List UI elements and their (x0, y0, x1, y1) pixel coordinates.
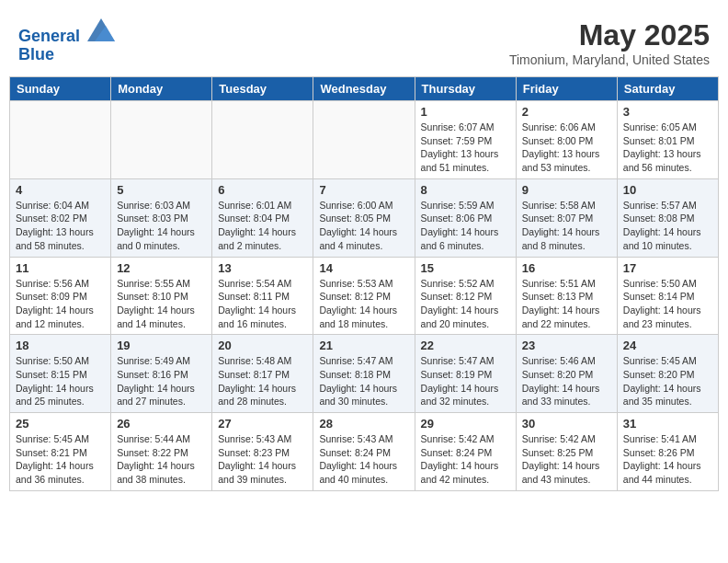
day-number: 9 (522, 183, 611, 197)
day-info: Sunrise: 5:47 AMSunset: 8:19 PMDaylight:… (421, 354, 510, 408)
calendar-cell: 23Sunrise: 5:46 AMSunset: 8:20 PMDayligh… (516, 335, 617, 413)
title-block: May 2025 Timonium, Maryland, United Stat… (509, 18, 710, 67)
calendar-cell: 20Sunrise: 5:48 AMSunset: 8:17 PMDayligh… (212, 335, 313, 413)
day-info: Sunrise: 6:01 AMSunset: 8:04 PMDaylight:… (218, 199, 307, 253)
day-info: Sunrise: 6:05 AMSunset: 8:01 PMDaylight:… (623, 121, 712, 175)
day-info: Sunrise: 5:43 AMSunset: 8:24 PMDaylight:… (319, 432, 408, 487)
day-number: 17 (623, 261, 712, 275)
calendar-cell: 2Sunrise: 6:06 AMSunset: 8:00 PMDaylight… (516, 101, 617, 179)
calendar-cell: 31Sunrise: 5:41 AMSunset: 8:26 PMDayligh… (617, 413, 718, 491)
logo-general: General (18, 27, 80, 45)
day-number: 20 (218, 339, 307, 352)
day-number: 31 (623, 417, 712, 431)
day-number: 5 (117, 183, 206, 197)
day-info: Sunrise: 5:41 AMSunset: 8:26 PMDaylight:… (623, 432, 712, 487)
day-header-tuesday: Tuesday (212, 77, 313, 101)
day-info: Sunrise: 5:56 AMSunset: 8:09 PMDaylight:… (16, 277, 105, 331)
day-number: 24 (623, 339, 712, 352)
day-number: 29 (421, 417, 510, 431)
day-number: 7 (319, 183, 408, 197)
day-number: 16 (522, 261, 611, 275)
day-number: 14 (319, 261, 408, 275)
day-info: Sunrise: 5:53 AMSunset: 8:12 PMDaylight:… (319, 277, 408, 331)
day-info: Sunrise: 6:07 AMSunset: 7:59 PMDaylight:… (421, 121, 510, 175)
day-header-sunday: Sunday (10, 77, 111, 101)
calendar-cell: 5Sunrise: 6:03 AMSunset: 8:03 PMDaylight… (111, 178, 212, 257)
calendar-cell (111, 101, 212, 179)
day-number: 13 (218, 261, 307, 275)
day-info: Sunrise: 5:50 AMSunset: 8:15 PMDaylight:… (16, 354, 105, 408)
calendar-cell: 30Sunrise: 5:42 AMSunset: 8:25 PMDayligh… (516, 413, 617, 491)
calendar-cell: 4Sunrise: 6:04 AMSunset: 8:02 PMDaylight… (10, 178, 111, 257)
calendar-cell: 18Sunrise: 5:50 AMSunset: 8:15 PMDayligh… (10, 335, 111, 413)
day-info: Sunrise: 5:42 AMSunset: 8:24 PMDaylight:… (421, 432, 510, 487)
calendar-cell: 22Sunrise: 5:47 AMSunset: 8:19 PMDayligh… (415, 335, 516, 413)
calendar-week-4: 18Sunrise: 5:50 AMSunset: 8:15 PMDayligh… (10, 335, 719, 413)
day-info: Sunrise: 5:46 AMSunset: 8:20 PMDaylight:… (522, 354, 611, 408)
logo-blue: Blue (18, 45, 54, 63)
day-info: Sunrise: 5:49 AMSunset: 8:16 PMDaylight:… (117, 354, 206, 408)
day-number: 1 (421, 105, 510, 119)
day-number: 27 (218, 417, 307, 431)
day-number: 26 (117, 417, 206, 431)
calendar-cell: 16Sunrise: 5:51 AMSunset: 8:13 PMDayligh… (516, 257, 617, 335)
day-header-friday: Friday (516, 77, 617, 101)
day-info: Sunrise: 5:51 AMSunset: 8:13 PMDaylight:… (522, 277, 611, 331)
day-info: Sunrise: 5:44 AMSunset: 8:22 PMDaylight:… (117, 432, 206, 487)
calendar-header-row: SundayMondayTuesdayWednesdayThursdayFrid… (10, 77, 719, 101)
location-text: Timonium, Maryland, United States (509, 52, 710, 67)
day-number: 28 (319, 417, 408, 431)
day-number: 6 (218, 183, 307, 197)
logo: General Blue (18, 18, 115, 64)
day-info: Sunrise: 5:45 AMSunset: 8:21 PMDaylight:… (16, 432, 105, 487)
day-number: 18 (16, 339, 105, 352)
day-number: 15 (421, 261, 510, 275)
day-number: 3 (623, 105, 712, 119)
calendar-cell: 25Sunrise: 5:45 AMSunset: 8:21 PMDayligh… (10, 413, 111, 491)
calendar-week-5: 25Sunrise: 5:45 AMSunset: 8:21 PMDayligh… (10, 413, 719, 491)
calendar-cell: 14Sunrise: 5:53 AMSunset: 8:12 PMDayligh… (313, 257, 415, 335)
day-info: Sunrise: 5:42 AMSunset: 8:25 PMDaylight:… (522, 432, 611, 487)
day-number: 2 (522, 105, 611, 119)
day-info: Sunrise: 5:50 AMSunset: 8:14 PMDaylight:… (623, 277, 712, 331)
calendar-cell: 17Sunrise: 5:50 AMSunset: 8:14 PMDayligh… (617, 257, 718, 335)
calendar-cell (10, 101, 111, 179)
day-info: Sunrise: 6:04 AMSunset: 8:02 PMDaylight:… (16, 199, 105, 253)
calendar-cell: 28Sunrise: 5:43 AMSunset: 8:24 PMDayligh… (313, 413, 415, 491)
calendar-cell: 3Sunrise: 6:05 AMSunset: 8:01 PMDaylight… (617, 101, 718, 179)
calendar-table: SundayMondayTuesdayWednesdayThursdayFrid… (9, 76, 719, 491)
day-number: 22 (421, 339, 510, 352)
day-header-wednesday: Wednesday (313, 77, 415, 101)
calendar-week-2: 4Sunrise: 6:04 AMSunset: 8:02 PMDaylight… (10, 178, 719, 257)
calendar-cell: 6Sunrise: 6:01 AMSunset: 8:04 PMDaylight… (212, 178, 313, 257)
calendar-cell: 15Sunrise: 5:52 AMSunset: 8:12 PMDayligh… (415, 257, 516, 335)
calendar-cell (212, 101, 313, 179)
calendar-cell: 24Sunrise: 5:45 AMSunset: 8:20 PMDayligh… (617, 335, 718, 413)
day-info: Sunrise: 5:57 AMSunset: 8:08 PMDaylight:… (623, 199, 712, 253)
calendar-cell: 1Sunrise: 6:07 AMSunset: 7:59 PMDaylight… (415, 101, 516, 179)
day-info: Sunrise: 5:59 AMSunset: 8:06 PMDaylight:… (421, 199, 510, 253)
calendar-cell: 13Sunrise: 5:54 AMSunset: 8:11 PMDayligh… (212, 257, 313, 335)
day-info: Sunrise: 5:48 AMSunset: 8:17 PMDaylight:… (218, 354, 307, 408)
day-header-saturday: Saturday (617, 77, 718, 101)
calendar-cell: 27Sunrise: 5:43 AMSunset: 8:23 PMDayligh… (212, 413, 313, 491)
calendar-cell: 7Sunrise: 6:00 AMSunset: 8:05 PMDaylight… (313, 178, 415, 257)
calendar-cell: 29Sunrise: 5:42 AMSunset: 8:24 PMDayligh… (415, 413, 516, 491)
day-info: Sunrise: 6:03 AMSunset: 8:03 PMDaylight:… (117, 199, 206, 253)
calendar-cell: 19Sunrise: 5:49 AMSunset: 8:16 PMDayligh… (111, 335, 212, 413)
calendar-cell: 10Sunrise: 5:57 AMSunset: 8:08 PMDayligh… (617, 178, 718, 257)
day-info: Sunrise: 6:00 AMSunset: 8:05 PMDaylight:… (319, 199, 408, 253)
day-number: 11 (16, 261, 105, 275)
day-number: 30 (522, 417, 611, 431)
page-header: General Blue May 2025 Timonium, Maryland… (9, 9, 719, 72)
day-info: Sunrise: 5:55 AMSunset: 8:10 PMDaylight:… (117, 277, 206, 331)
day-number: 25 (16, 417, 105, 431)
calendar-week-1: 1Sunrise: 6:07 AMSunset: 7:59 PMDaylight… (10, 101, 719, 179)
logo-icon (87, 18, 115, 41)
calendar-cell: 8Sunrise: 5:59 AMSunset: 8:06 PMDaylight… (415, 178, 516, 257)
day-number: 23 (522, 339, 611, 352)
day-number: 12 (117, 261, 206, 275)
day-number: 8 (421, 183, 510, 197)
calendar-cell: 26Sunrise: 5:44 AMSunset: 8:22 PMDayligh… (111, 413, 212, 491)
day-info: Sunrise: 5:58 AMSunset: 8:07 PMDaylight:… (522, 199, 611, 253)
